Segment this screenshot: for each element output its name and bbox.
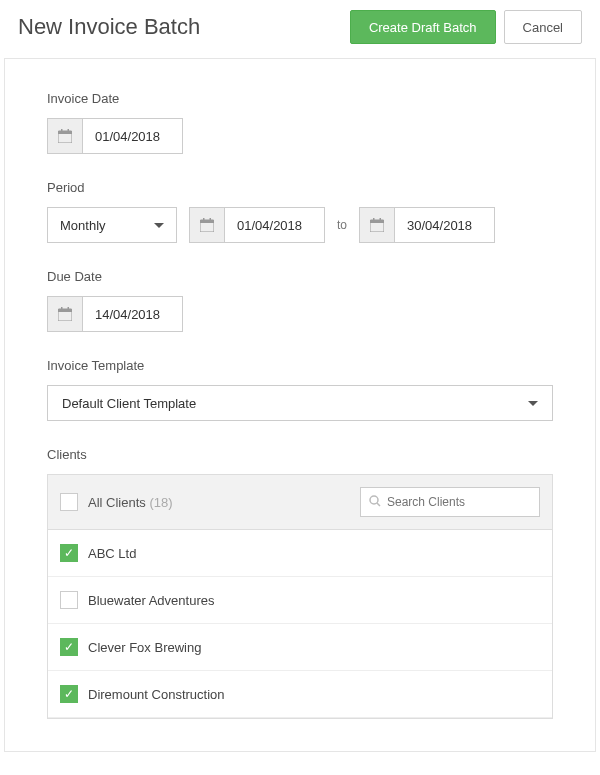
client-name: Bluewater Adventures <box>88 593 214 608</box>
client-checkbox[interactable]: ✓ <box>60 685 78 703</box>
period-frequency-value: Monthly <box>60 218 106 233</box>
calendar-icon[interactable] <box>47 296 83 332</box>
client-row[interactable]: ✓ABC Ltd <box>48 530 552 577</box>
page-title: New Invoice Batch <box>18 14 350 40</box>
svg-rect-2 <box>61 129 63 132</box>
client-row[interactable]: ✓Diremount Construction <box>48 671 552 718</box>
check-icon: ✓ <box>64 688 74 700</box>
period-to-input[interactable] <box>395 207 495 243</box>
client-row[interactable]: ✓Clever Fox Brewing <box>48 624 552 671</box>
svg-rect-7 <box>210 218 212 221</box>
all-clients-label: All Clients (18) <box>88 495 173 510</box>
invoice-template-select[interactable]: Default Client Template <box>47 385 553 421</box>
svg-rect-5 <box>200 220 214 223</box>
clients-label: Clients <box>47 447 553 462</box>
all-clients-checkbox[interactable] <box>60 493 78 511</box>
client-checkbox[interactable]: ✓ <box>60 544 78 562</box>
chevron-down-icon <box>528 401 538 406</box>
svg-rect-15 <box>68 307 70 310</box>
search-clients-input[interactable] <box>387 495 537 509</box>
period-from-input[interactable] <box>225 207 325 243</box>
calendar-icon[interactable] <box>359 207 395 243</box>
cancel-button[interactable]: Cancel <box>504 10 582 44</box>
client-checkbox[interactable]: ✓ <box>60 638 78 656</box>
calendar-icon[interactable] <box>189 207 225 243</box>
due-date-label: Due Date <box>47 269 553 284</box>
svg-rect-9 <box>370 220 384 223</box>
search-clients-field[interactable] <box>360 487 540 517</box>
search-icon <box>369 495 381 510</box>
client-name: Diremount Construction <box>88 687 225 702</box>
svg-rect-6 <box>203 218 205 221</box>
period-to-label: to <box>337 218 347 232</box>
client-list[interactable]: ✓ABC LtdBluewater Adventures✓Clever Fox … <box>48 530 552 718</box>
check-icon: ✓ <box>64 547 74 559</box>
check-icon: ✓ <box>64 641 74 653</box>
client-name: ABC Ltd <box>88 546 136 561</box>
invoice-date-label: Invoice Date <box>47 91 553 106</box>
period-label: Period <box>47 180 553 195</box>
svg-rect-14 <box>61 307 63 310</box>
client-checkbox[interactable] <box>60 591 78 609</box>
svg-line-17 <box>377 503 380 506</box>
due-date-input[interactable] <box>83 296 183 332</box>
calendar-icon[interactable] <box>47 118 83 154</box>
chevron-down-icon <box>154 223 164 228</box>
svg-rect-11 <box>380 218 382 221</box>
svg-rect-10 <box>373 218 375 221</box>
svg-rect-13 <box>58 309 72 312</box>
invoice-template-label: Invoice Template <box>47 358 553 373</box>
invoice-date-input[interactable] <box>83 118 183 154</box>
period-frequency-select[interactable]: Monthly <box>47 207 177 243</box>
svg-rect-1 <box>58 131 72 134</box>
invoice-template-value: Default Client Template <box>62 396 196 411</box>
client-row[interactable]: Bluewater Adventures <box>48 577 552 624</box>
svg-rect-3 <box>68 129 70 132</box>
client-name: Clever Fox Brewing <box>88 640 201 655</box>
create-draft-batch-button[interactable]: Create Draft Batch <box>350 10 496 44</box>
svg-point-16 <box>370 496 378 504</box>
